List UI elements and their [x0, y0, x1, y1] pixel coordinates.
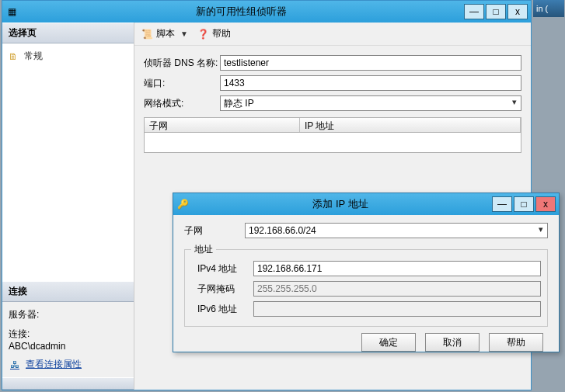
properties-icon: 🖧 [9, 359, 21, 371]
dialog-help-button[interactable]: 帮助 [489, 333, 543, 352]
subnet-mask-input [253, 281, 541, 297]
help-icon: ❓ [197, 28, 209, 40]
bottom-section-header [2, 377, 134, 390]
main-titlebar[interactable]: ▦ 新的可用性组侦听器 — □ x [2, 1, 531, 23]
ok-button[interactable]: 确定 [361, 333, 416, 352]
connection-header: 连接 [2, 281, 134, 302]
connection-value: ABC\dcadmin [9, 341, 127, 352]
toolbar: 📜 脚本 ▼ ❓ 帮助 [134, 23, 531, 46]
view-connection-properties-link[interactable]: 🖧 查看连接属性 [9, 358, 127, 371]
netmode-row: 网络模式: [144, 95, 521, 111]
dialog-title: 添加 IP 地址 [189, 197, 492, 211]
ipv6-row: IPv6 地址 [191, 301, 541, 317]
connection-label: 连接: [9, 328, 127, 341]
script-button[interactable]: 📜 脚本 ▼ [141, 27, 190, 40]
script-label: 脚本 [156, 27, 175, 40]
connection-section: 连接 服务器: 连接: ABC\dcadmin 🖧 查看连接属性 [2, 281, 134, 377]
page-list: 🗎 常规 [2, 43, 134, 281]
address-legend: 地址 [191, 243, 216, 256]
ipv4-label: IPv4 地址 [191, 262, 253, 276]
connection-row: 连接: ABC\dcadmin [9, 328, 127, 352]
dropdown-icon: ▼ [178, 28, 190, 40]
subnet-label: 子网 [184, 224, 245, 238]
maximize-button[interactable]: □ [486, 4, 506, 19]
app-icon: ▦ [5, 5, 18, 18]
connection-body: 服务器: 连接: ABC\dcadmin 🖧 查看连接属性 [2, 302, 134, 377]
ipv6-label: IPv6 地址 [191, 303, 253, 316]
dns-label: 侦听器 DNS 名称: [144, 57, 220, 70]
port-label: 端口: [144, 77, 220, 90]
ipv4-input[interactable] [253, 261, 541, 276]
ip-grid-body[interactable] [144, 133, 521, 153]
main-title: 新的可用性组侦听器 [18, 5, 464, 19]
sidebar-item-general[interactable]: 🗎 常规 [7, 48, 129, 64]
help-label: 帮助 [212, 27, 231, 40]
server-row: 服务器: [9, 308, 127, 321]
dialog-icon: 🔑 [176, 198, 189, 210]
script-icon: 📜 [141, 28, 153, 40]
view-connection-properties-label: 查看连接属性 [26, 358, 82, 371]
page-icon: 🗎 [7, 50, 19, 63]
mask-row: 子网掩码 [191, 281, 541, 297]
dialog-maximize-button[interactable]: □ [514, 196, 534, 212]
server-label: 服务器: [9, 308, 127, 321]
mask-label: 子网掩码 [191, 283, 253, 296]
minimize-button[interactable]: — [464, 4, 484, 19]
ipv4-row: IPv4 地址 [191, 261, 541, 276]
dns-name-input[interactable] [220, 55, 521, 71]
address-fieldset: 地址 IPv4 地址 子网掩码 IPv6 地址 [184, 243, 548, 327]
port-input[interactable] [220, 75, 521, 91]
help-button[interactable]: ❓ 帮助 [197, 27, 231, 40]
sidebar-item-label: 常规 [24, 50, 43, 63]
ip-grid-header: 子网 IP 地址 [144, 117, 521, 133]
window-controls: — □ x [464, 4, 528, 19]
dialog-buttons: 确定 取消 帮助 [184, 333, 548, 352]
close-button[interactable]: x [507, 4, 528, 19]
subnet-row: 子网 [184, 223, 548, 238]
dialog-body: 子网 地址 IPv4 地址 子网掩码 IPv6 地址 确定 取消 帮助 [173, 215, 559, 359]
left-column: 选择页 🗎 常规 连接 服务器: 连接: ABC\dcadmin [2, 23, 134, 390]
dialog-minimize-button[interactable]: — [492, 196, 512, 212]
dialog-close-button[interactable]: x [535, 196, 556, 212]
cancel-button[interactable]: 取消 [425, 333, 480, 352]
dialog-titlebar[interactable]: 🔑 添加 IP 地址 — □ x [173, 193, 559, 215]
ipv6-input [253, 301, 541, 317]
netmode-select[interactable] [220, 95, 521, 111]
subnet-select[interactable] [245, 223, 548, 238]
netmode-label: 网络模式: [144, 97, 220, 110]
add-ip-dialog: 🔑 添加 IP 地址 — □ x 子网 地址 IPv4 地址 子网掩码 [173, 193, 560, 352]
grid-col-subnet[interactable]: 子网 [145, 118, 300, 132]
dns-row: 侦听器 DNS 名称: [144, 55, 521, 71]
dialog-window-controls: — □ x [492, 196, 556, 212]
subnet-select-wrap[interactable] [245, 223, 548, 238]
background-window-fragment: in ( [533, 0, 564, 17]
netmode-select-wrap[interactable] [220, 95, 521, 111]
port-row: 端口: [144, 75, 521, 91]
grid-col-ip[interactable]: IP 地址 [300, 118, 521, 132]
select-page-header: 选择页 [2, 23, 134, 43]
